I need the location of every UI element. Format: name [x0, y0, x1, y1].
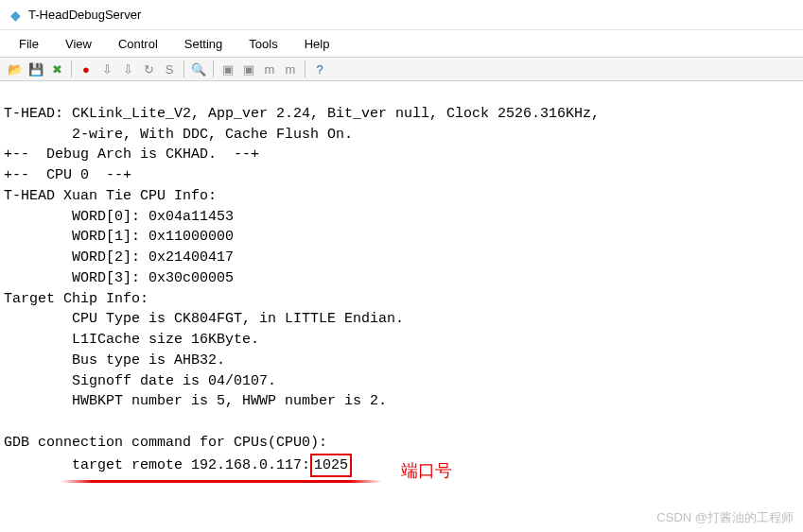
menu-tools[interactable]: Tools [236, 33, 290, 55]
watermark: CSDN @打酱油的工程师 [656, 509, 794, 526]
console-line: Signoff date is 04/0107. [4, 373, 276, 389]
console-line: L1ICache size 16KByte. [4, 332, 259, 348]
menu-help[interactable]: Help [291, 33, 343, 55]
port-label-annotation: 端口号 [401, 458, 452, 483]
console-line: 2-wire, With DDC, Cache Flush On. [4, 127, 353, 143]
console-line: WORD[1]: 0x11000000 [4, 229, 234, 245]
delete-icon[interactable]: ✖ [47, 60, 66, 78]
toolbar: 📂 💾 ✖ ● ⇩ ⇩ ↻ S 🔍 ▣ ▣ m m ? [0, 57, 803, 81]
app-icon: ◆ [8, 8, 23, 23]
download2-icon[interactable]: ⇩ [118, 60, 137, 78]
mem2-icon[interactable]: m [281, 60, 300, 78]
console-output: T-HEAD: CKLink_Lite_V2, App_ver 2.24, Bi… [0, 81, 803, 479]
menu-file[interactable]: File [6, 33, 52, 55]
open-icon[interactable]: 📂 [6, 60, 25, 78]
separator [71, 60, 72, 77]
window1-icon[interactable]: ▣ [218, 60, 237, 78]
port-number: 1025 [310, 454, 352, 478]
console-line: T-HEAD Xuan Tie CPU Info: [4, 188, 217, 204]
window2-icon[interactable]: ▣ [239, 60, 258, 78]
console-line: WORD[3]: 0x30c00005 [4, 270, 234, 286]
refresh-icon[interactable]: ↻ [139, 60, 158, 78]
console-line: +-- CPU 0 --+ [4, 167, 131, 183]
console-line: HWBKPT number is 5, HWWP number is 2. [4, 393, 387, 409]
gdb-command-line: target remote 192.168.0.117:1025端口号 [4, 454, 352, 478]
separator [213, 60, 214, 77]
console-line: WORD[0]: 0x04a11453 [4, 209, 234, 225]
window-title: T-HeadDebugServer [28, 8, 141, 22]
console-line: Bus type is AHB32. [4, 352, 225, 369]
menu-view[interactable]: View [52, 33, 105, 55]
save-icon[interactable]: 💾 [26, 60, 45, 78]
menu-bar: File View Control Setting Tools Help [0, 30, 803, 57]
menu-control[interactable]: Control [105, 33, 171, 55]
record-icon[interactable]: ● [77, 60, 96, 78]
separator [305, 60, 305, 77]
console-line: T-HEAD: CKLink_Lite_V2, App_ver 2.24, Bi… [4, 106, 600, 122]
console-line: +-- Debug Arch is CKHAD. --+ [4, 146, 259, 163]
help-icon[interactable]: ? [310, 60, 329, 78]
title-bar: ◆ T-HeadDebugServer [0, 0, 803, 30]
stop-icon[interactable]: S [160, 60, 179, 78]
find-icon[interactable]: 🔍 [189, 60, 208, 78]
console-line: GDB connection command for CPUs(CPU0): [4, 435, 327, 451]
console-line: CPU Type is CK804FGT, in LITTLE Endian. [4, 311, 404, 327]
separator [183, 60, 184, 77]
console-line: WORD[2]: 0x21400417 [4, 249, 234, 266]
mem-icon[interactable]: m [260, 60, 279, 78]
console-line: Target Chip Info: [4, 291, 148, 307]
underline-annotation [61, 480, 382, 483]
download1-icon[interactable]: ⇩ [97, 60, 116, 78]
gdb-prefix: target remote 192.168.0.117: [4, 457, 310, 473]
menu-setting[interactable]: Setting [171, 33, 236, 55]
